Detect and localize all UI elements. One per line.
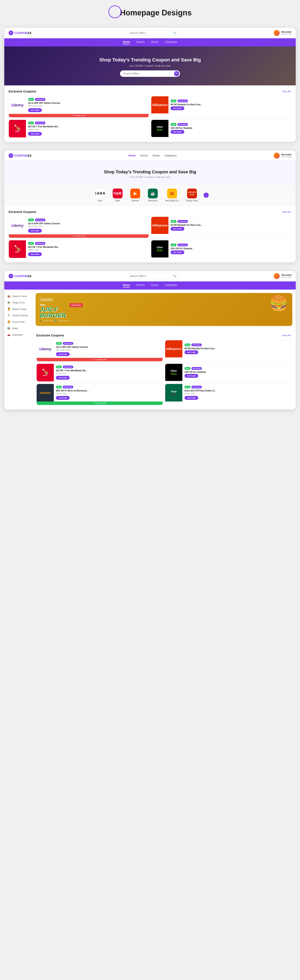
get-code-button[interactable]: Get Code: [28, 252, 42, 256]
nav-stores-2[interactable]: Stores: [152, 154, 160, 157]
badge-exclusive: Exclusive: [63, 386, 73, 388]
nav-home-3[interactable]: Home: [123, 283, 130, 288]
banner-logo: LOGO HERE: [40, 298, 54, 302]
page-title: Homepage Designs: [120, 8, 191, 17]
view-all-link-3[interactable]: View All ›: [282, 334, 291, 337]
coupon-badges: New Exclusive: [28, 242, 147, 245]
nav-stores[interactable]: Stores: [151, 40, 158, 44]
sidebar: 🏨 Hotels & Travel 🎭 Things To Do 💆 Beaut…: [4, 290, 32, 409]
get-code-button[interactable]: Get Code: [56, 376, 70, 380]
aliexpress-logo-2: AliExpress: [151, 217, 168, 234]
nav-home[interactable]: Home: [123, 40, 130, 44]
user-profile-3[interactable]: Wcombit View Profile: [274, 273, 291, 279]
badge-exclusive: Exclusive: [35, 98, 45, 101]
stores-next-button[interactable]: ›: [204, 192, 209, 198]
kfc-logo: 🍗 KFC: [9, 120, 26, 137]
user-profile[interactable]: Wcombit View Profile: [274, 30, 291, 36]
badge-new: New: [185, 344, 190, 346]
timer-bar: ⏱ 2 Hours Left: [9, 234, 149, 238]
coupon-info: New Exclusive 15% Off For Students Get C…: [182, 364, 291, 381]
logo-text: COUPONZA: [14, 154, 32, 157]
aliexpress-logo: AliExpress: [151, 96, 168, 113]
sidebar-item-hotels[interactable]: 🏨 Hotels & Travel: [4, 293, 32, 299]
coupon-grid-1: üdemy New Exclusive Up to 50% OFF Udemy …: [9, 96, 291, 138]
hero-search-button[interactable]: 🔍: [174, 71, 179, 76]
coupon-sub: Online Only!: [28, 129, 147, 130]
coupon-desc: 15% Off For Students: [171, 247, 289, 250]
get-code-button[interactable]: Get Code: [185, 374, 198, 378]
sidebar-label: Hotels & Travel: [12, 295, 27, 298]
store-burgerking[interactable]: BURGER KING Burger King: [183, 189, 202, 202]
get-code-button[interactable]: Get Code: [171, 227, 184, 231]
coupon-uber-2: UberEats New Exclusive 15% Off For Stude…: [151, 240, 291, 258]
get-code-button[interactable]: Get Code: [171, 250, 184, 254]
store-zalando[interactable]: ▶ Zalando: [126, 189, 144, 202]
kfc-logo-2: 🍗 KFC: [9, 240, 26, 258]
view-all-link-2[interactable]: View All ›: [282, 211, 291, 213]
sidebar-item-retail[interactable]: 🛍️ Retail: [4, 325, 32, 331]
logo[interactable]: C COUPONZA: [9, 274, 32, 278]
user-profile-2[interactable]: Wcombit View Profile: [274, 153, 291, 159]
logo-icon: C: [9, 30, 13, 35]
nav-menu-1: Home Search Stores Categories: [4, 38, 296, 46]
section-title: Exclusive Coupons: [37, 334, 64, 337]
badge-new: New: [171, 220, 177, 223]
nav-categories[interactable]: Categories: [165, 40, 177, 44]
ubereats-logo: UberEats: [151, 120, 168, 137]
hm-logo: H&M: [113, 189, 123, 199]
inline-nav: Home Search Stores Categories: [129, 154, 177, 157]
section-title: Exclusive Coupons: [9, 210, 36, 213]
nav-search-area-3: 🔍: [127, 273, 178, 279]
store-hm[interactable]: H&M H&M: [109, 189, 126, 202]
store-name: McDONALD's: [166, 199, 179, 202]
page-title-section: Homepage Designs: [4, 6, 296, 19]
nav-search-3[interactable]: Search: [136, 283, 144, 288]
get-code-button[interactable]: Get Code: [185, 350, 198, 354]
store-starbucks[interactable]: ☕ Starbucks: [144, 189, 161, 202]
get-code-button[interactable]: Get Code: [28, 108, 42, 112]
store-zara[interactable]: ZARA Zara: [91, 189, 109, 202]
sidebar-item-health[interactable]: 🏃 Health & Fitness: [4, 312, 32, 319]
nav-search-input-3[interactable]: [127, 273, 178, 279]
coupon-grid-2: üdemy New Exclusive Up to 50% OFF Udemy …: [9, 216, 291, 258]
badge-exclusive: Exclusive: [63, 342, 73, 345]
ubereats-logo-3: UberEats: [165, 364, 182, 381]
user-info: Wcombit View Profile: [281, 153, 291, 158]
search-icon: 🔍: [173, 275, 176, 278]
get-code-button[interactable]: Get Code: [28, 229, 42, 233]
logo[interactable]: C COUPONZA: [9, 153, 32, 158]
store-name: Starbucks: [148, 199, 157, 202]
get-code-button[interactable]: Get Code: [171, 107, 184, 110]
sidebar-item-food[interactable]: 🍔 Food & Drink: [4, 319, 32, 325]
nav-stores-3[interactable]: Stores: [151, 283, 158, 288]
logo[interactable]: C COUPONZA: [9, 30, 32, 35]
get-code-button[interactable]: Get Code: [56, 396, 70, 400]
view-all-link[interactable]: View All ›: [282, 90, 291, 93]
nav-search[interactable]: Search: [136, 40, 144, 44]
sidebar-item-beauty[interactable]: 💆 Beauty & Spas: [4, 306, 32, 312]
title-circle-icon: [109, 5, 121, 18]
coupon-badges: New Exclusive: [171, 123, 289, 126]
hero-search-input[interactable]: [120, 70, 180, 77]
store-mcdonalds[interactable]: M McDONALD's: [161, 189, 183, 202]
badge-new: New: [28, 242, 34, 245]
nav-categories-2[interactable]: Categories: [164, 154, 177, 157]
nav-categories-3[interactable]: Categories: [165, 283, 177, 288]
get-code-button[interactable]: Get Code: [56, 352, 70, 356]
nav-menu-3: Home Search Stores Categories: [4, 282, 296, 290]
get-code-button[interactable]: Get Code: [28, 132, 42, 136]
sidebar-item-things[interactable]: 🎭 Things To Do: [4, 299, 32, 306]
nav-home-2[interactable]: Home: [129, 154, 136, 157]
nav-search-2[interactable]: Search: [140, 154, 148, 157]
aliexpress-logo-3: AliExpress: [165, 340, 182, 357]
badge-exclusive: Exclusive: [177, 100, 188, 102]
badge-new: New: [56, 386, 62, 388]
nav-search-input[interactable]: [127, 30, 178, 36]
badge-exclusive: Exclusive: [191, 367, 202, 370]
sidebar-item-auto[interactable]: 🚗 Automotive: [4, 331, 32, 338]
get-code-button[interactable]: Get Code: [185, 396, 198, 400]
coupon-desc: $4 Off Sitewide For New Cust...: [185, 347, 289, 350]
get-code-button[interactable]: Get Code: [171, 130, 184, 134]
badge-exclusive: Exclusive: [35, 122, 45, 124]
coupon-info: New Exclusive $4 Off Sitewide For New Cu…: [168, 217, 291, 234]
